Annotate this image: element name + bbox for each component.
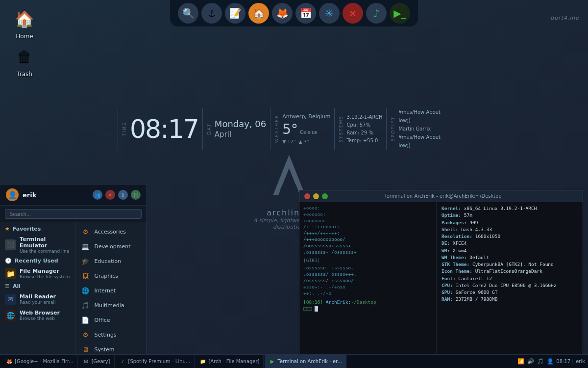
taskbar-terminal-icon: ▶ — [269, 358, 275, 365]
dock-x-icon[interactable]: ✕ — [343, 3, 363, 24]
menu-item-webbrowser[interactable]: 🌐 Web Browser Browse the web — [0, 307, 75, 323]
webbrowser-menu-text: Web Browser Browse the web — [20, 310, 60, 321]
menu-header-icons: 👥 ✕ ℹ 😊 — [93, 190, 141, 200]
dock-home-icon[interactable]: 🏠 — [248, 3, 269, 24]
dock-notes-icon[interactable]: 📝 — [225, 3, 245, 24]
dock-calendar-icon[interactable]: 📅 — [295, 3, 316, 24]
dock-firefox-icon[interactable]: 🦊 — [272, 3, 293, 24]
menu-cat-settings[interactable]: ⚙ Settings — [75, 327, 147, 342]
menu-search-input[interactable] — [5, 209, 142, 219]
home-desktop-icon[interactable]: 🏠 Home — [5, 7, 44, 40]
menu-close-icon[interactable]: ✕ — [105, 190, 115, 200]
top-dock: 🔍 ⚓ 📝 🏠 🦊 📅 ✳ ✕ ♪ ▶_ — [170, 0, 418, 26]
menu-favorites-title: ★ Favorites — [0, 224, 75, 234]
tray-network-icon[interactable]: 📶 — [517, 358, 525, 366]
menu-cat-office[interactable]: 📄 Office — [75, 313, 147, 327]
filemanager-menu-text: File Manager Browse the file system — [20, 268, 70, 279]
conky-time-display: 08:17 — [130, 116, 198, 142]
office-icon: 📄 — [80, 315, 90, 325]
taskbar-firefox-icon: 🦊 — [6, 358, 13, 365]
conky-time-label: Time — [122, 122, 127, 136]
terminal-menu-icon: ⬛ — [5, 239, 16, 250]
trash-icon: 🗑 — [13, 45, 36, 69]
menu-cat-accessories[interactable]: ⚙ Accessories — [75, 224, 147, 239]
education-icon: 🎓 — [80, 256, 90, 266]
conky-systems-section: Systems 3.19.2-1-ARCH Cpu: 57% Ram: 29 %… — [334, 108, 386, 150]
browser-menu-icon: 🌐 — [5, 310, 16, 321]
dock-search-icon[interactable]: 🔍 — [178, 3, 198, 24]
system-icon: 🖥 — [80, 344, 90, 354]
conky-date-line2: April — [215, 130, 266, 139]
taskbar: 🦊 [Google+ - Mozilla Firr... ✉ [Geary] ♪… — [0, 354, 588, 368]
conky-weather-label: Weather — [274, 114, 279, 143]
menu-emoji-icon[interactable]: 😊 — [131, 190, 141, 200]
taskbar-left: 🦊 [Google+ - Mozilla Firr... ✉ [Geary] ♪… — [0, 355, 348, 368]
tray-music-icon[interactable]: 🎵 — [537, 358, 544, 366]
home-icon: 🏠 — [13, 7, 36, 31]
conky-spotify-info: ¥mus/How About low;) Martin Garrix ¥mus/… — [398, 108, 452, 150]
terminal-title: Terminal on ArchErik - erik@ArchErik:~/D… — [384, 193, 501, 199]
mail-menu-icon: ✉ — [5, 294, 16, 305]
menu-header: 👤 erik 👥 ✕ ℹ 😊 — [0, 184, 147, 206]
home-icon-label: Home — [16, 33, 33, 40]
menu-avatar: 👤 — [6, 188, 19, 201]
terminal-titlebar: Terminal on ArchErik - erik@ArchErik:~/D… — [299, 190, 583, 202]
menu-cat-internet[interactable]: 🌐 Internet — [75, 283, 147, 298]
terminal-minimize-btn[interactable] — [313, 193, 319, 199]
taskbar-btn-spotify[interactable]: ♪ [Spotify Premium - Linu... — [116, 355, 195, 368]
filemanager-menu-icon: 📁 — [5, 268, 16, 279]
taskbar-time: 08:17 — [556, 359, 570, 364]
taskbar-right: 📶 🔊 🎵 👤 08:17 erik — [517, 358, 588, 366]
dock-terminal-icon[interactable]: ▶_ — [390, 3, 410, 24]
terminal-sysinfo: Kernel: x86_64 Linux 3.19.2-1-ARCH Uptim… — [437, 202, 583, 368]
tray-user-icon[interactable]: 👤 — [546, 358, 554, 366]
menu-cat-graphics[interactable]: 🖼 Graphics — [75, 268, 147, 283]
menu-favorites-panel: ★ Favorites ⬛ Terminal Emulator Use the … — [0, 222, 75, 368]
mailreader-menu-text: Mail Reader Read your email — [20, 293, 56, 305]
taskbar-geary-icon: ✉ — [83, 358, 90, 365]
terminal-body: +oooo: +oooooo: +ooooooo+: /:--:++oooo+:… — [299, 202, 583, 368]
terminal-maximize-btn[interactable] — [322, 193, 328, 199]
tray-volume-icon[interactable]: 🔊 — [527, 358, 535, 366]
conky-temp-low: ▼ 12° — [282, 139, 295, 144]
conky-sys-info: 3.19.2-1-ARCH Cpu: 57% Ram: 29 % Temp: +… — [346, 113, 382, 145]
taskbar-btn-terminal[interactable]: ▶ Terminal on ArchErik - er... — [265, 355, 346, 368]
dock-spotify-icon[interactable]: ♪ — [366, 3, 387, 24]
terminal-close-btn[interactable] — [304, 193, 310, 199]
terminal-menu-text: Terminal Emulator Use the command line — [20, 236, 70, 254]
desktop: 🔍 ⚓ 📝 🏠 🦊 📅 ✳ ✕ ♪ ▶_ durt4.me 🏠 Home 🗑 T… — [0, 0, 588, 368]
conky-date-line1: Monday, 06 — [215, 119, 266, 129]
settings-icon: ⚙ — [80, 330, 90, 340]
menu-search-bar — [0, 206, 147, 222]
menu-people-icon[interactable]: 👥 — [93, 190, 102, 200]
menu-cat-development[interactable]: 💻 Development — [75, 239, 147, 254]
app-menu: 👤 erik 👥 ✕ ℹ 😊 ★ Favorites ⬛ — [0, 184, 147, 368]
development-icon: 💻 — [80, 241, 90, 251]
conky-temp: 5° — [282, 121, 298, 137]
menu-item-filemanager[interactable]: 📁 File Manager Browse the file system — [0, 265, 75, 282]
conky-location: Antwerp, Belgium — [282, 113, 330, 120]
menu-cat-education[interactable]: 🎓 Education — [75, 254, 147, 268]
menu-item-terminal[interactable]: ⬛ Terminal Emulator Use the command line — [0, 234, 75, 256]
trash-desktop-icon[interactable]: 🗑 Trash — [5, 45, 44, 78]
menu-columns: ★ Favorites ⬛ Terminal Emulator Use the … — [0, 222, 147, 368]
menu-username: erik — [23, 191, 89, 199]
menu-cat-multimedia[interactable]: 🎵 Multimedia — [75, 298, 147, 313]
dock-anchor-icon[interactable]: ⚓ — [201, 3, 222, 24]
conky-weather-section: Weather Antwerp, Belgium 5° Celsius ▼ 12… — [270, 108, 334, 150]
accessories-icon: ⚙ — [80, 227, 90, 237]
conky-systems-label: Systems — [339, 115, 343, 143]
terminal-controls — [304, 193, 328, 199]
taskbar-user: erik — [572, 359, 585, 364]
conky-date-section: Day Monday, 06 April — [202, 108, 270, 150]
dock-spinner-icon[interactable]: ✳ — [319, 3, 340, 24]
conky-temp-high: ▲ 3° — [298, 139, 309, 144]
terminal-neofetch-art: +oooo: +oooooo: +ooooooo+: /:--:++oooo+:… — [299, 202, 437, 368]
taskbar-btn-filemanager[interactable]: 📁 [Arch - File Manager] — [196, 355, 264, 368]
menu-info-icon[interactable]: ℹ — [118, 190, 128, 200]
conky-temp-unit: Celsius — [300, 130, 317, 135]
menu-item-mailreader[interactable]: ✉ Mail Reader Read your email — [0, 291, 75, 307]
taskbar-btn-firefox[interactable]: 🦊 [Google+ - Mozilla Firr... — [2, 355, 78, 368]
conky-widget: Time 08:17 Day Monday, 06 April Weather … — [118, 108, 456, 150]
taskbar-btn-geary[interactable]: ✉ [Geary] — [79, 355, 115, 368]
